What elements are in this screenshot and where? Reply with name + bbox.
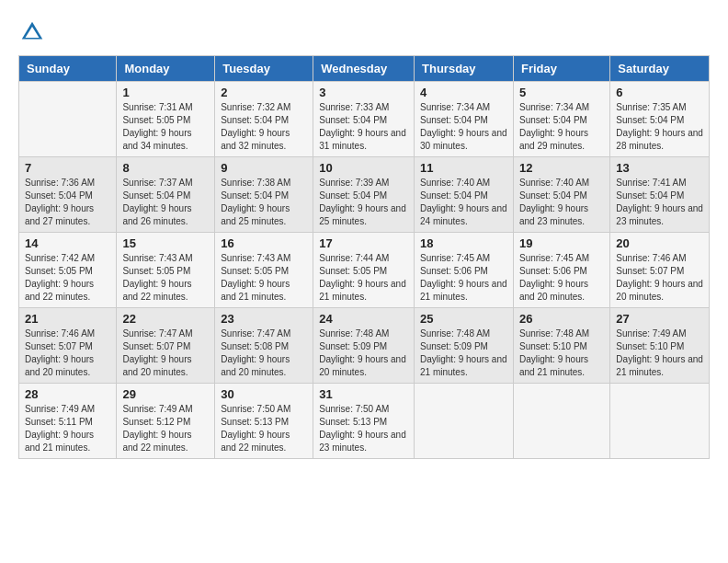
day-number: 29 <box>122 387 209 401</box>
weekday-header: Sunday <box>19 56 117 82</box>
day-number: 21 <box>25 312 110 326</box>
calendar-cell: 1Sunrise: 7:31 AM Sunset: 5:05 PM Daylig… <box>117 82 215 157</box>
calendar-cell: 21Sunrise: 7:46 AM Sunset: 5:07 PM Dayli… <box>19 308 117 384</box>
day-info: Sunrise: 7:50 AM Sunset: 5:13 PM Dayligh… <box>319 403 408 454</box>
day-number: 3 <box>319 86 408 99</box>
day-info: Sunrise: 7:43 AM Sunset: 5:05 PM Dayligh… <box>122 252 209 304</box>
day-number: 30 <box>221 387 307 401</box>
weekday-header: Thursday <box>415 56 514 82</box>
calendar-cell: 10Sunrise: 7:39 AM Sunset: 5:04 PM Dayli… <box>313 157 415 233</box>
calendar-table: SundayMondayTuesdayWednesdayThursdayFrid… <box>18 55 710 459</box>
calendar-cell: 5Sunrise: 7:34 AM Sunset: 5:04 PM Daylig… <box>513 82 609 157</box>
day-number: 13 <box>616 161 703 175</box>
calendar-cell: 19Sunrise: 7:45 AM Sunset: 5:06 PM Dayli… <box>513 233 609 308</box>
day-info: Sunrise: 7:40 AM Sunset: 5:04 PM Dayligh… <box>519 177 604 228</box>
calendar-cell: 9Sunrise: 7:38 AM Sunset: 5:04 PM Daylig… <box>215 157 313 233</box>
weekday-header: Friday <box>513 56 609 82</box>
weekday-header: Tuesday <box>215 56 313 82</box>
header-row: SundayMondayTuesdayWednesdayThursdayFrid… <box>19 56 710 82</box>
calendar-cell: 23Sunrise: 7:47 AM Sunset: 5:08 PM Dayli… <box>215 308 313 384</box>
day-info: Sunrise: 7:36 AM Sunset: 5:04 PM Dayligh… <box>25 177 110 228</box>
day-info: Sunrise: 7:39 AM Sunset: 5:04 PM Dayligh… <box>319 177 408 228</box>
day-info: Sunrise: 7:48 AM Sunset: 5:10 PM Dayligh… <box>519 327 604 379</box>
calendar-cell: 4Sunrise: 7:34 AM Sunset: 5:04 PM Daylig… <box>415 82 514 157</box>
day-number: 14 <box>25 236 110 250</box>
day-info: Sunrise: 7:47 AM Sunset: 5:07 PM Dayligh… <box>122 327 209 379</box>
weekday-header: Wednesday <box>313 56 415 82</box>
day-number: 31 <box>319 387 408 401</box>
day-number: 26 <box>519 312 604 326</box>
day-info: Sunrise: 7:34 AM Sunset: 5:04 PM Dayligh… <box>519 101 604 153</box>
day-info: Sunrise: 7:35 AM Sunset: 5:04 PM Dayligh… <box>616 101 703 153</box>
day-info: Sunrise: 7:45 AM Sunset: 5:06 PM Dayligh… <box>420 252 507 304</box>
logo-icon <box>18 18 46 46</box>
calendar-cell <box>19 82 117 157</box>
day-number: 20 <box>616 236 703 250</box>
page-header <box>18 18 710 46</box>
day-info: Sunrise: 7:31 AM Sunset: 5:05 PM Dayligh… <box>122 101 209 153</box>
day-number: 16 <box>221 236 307 250</box>
day-number: 24 <box>319 312 408 326</box>
calendar-cell: 25Sunrise: 7:48 AM Sunset: 5:09 PM Dayli… <box>415 308 514 384</box>
day-info: Sunrise: 7:44 AM Sunset: 5:05 PM Dayligh… <box>319 252 408 304</box>
day-number: 18 <box>420 236 507 250</box>
weekday-header: Saturday <box>610 56 710 82</box>
day-number: 25 <box>420 312 507 326</box>
calendar-cell: 22Sunrise: 7:47 AM Sunset: 5:07 PM Dayli… <box>117 308 215 384</box>
day-number: 19 <box>519 236 604 250</box>
day-number: 7 <box>25 161 110 175</box>
calendar-cell: 24Sunrise: 7:48 AM Sunset: 5:09 PM Dayli… <box>313 308 415 384</box>
calendar-cell: 16Sunrise: 7:43 AM Sunset: 5:05 PM Dayli… <box>215 233 313 308</box>
calendar-week-row: 7Sunrise: 7:36 AM Sunset: 5:04 PM Daylig… <box>19 157 710 233</box>
calendar-cell: 12Sunrise: 7:40 AM Sunset: 5:04 PM Dayli… <box>513 157 609 233</box>
day-number: 22 <box>122 312 209 326</box>
calendar-cell: 2Sunrise: 7:32 AM Sunset: 5:04 PM Daylig… <box>215 82 313 157</box>
day-number: 1 <box>122 86 209 99</box>
calendar-cell: 30Sunrise: 7:50 AM Sunset: 5:13 PM Dayli… <box>215 384 313 459</box>
calendar-cell: 18Sunrise: 7:45 AM Sunset: 5:06 PM Dayli… <box>415 233 514 308</box>
day-number: 4 <box>420 86 507 99</box>
day-number: 2 <box>221 86 307 99</box>
day-info: Sunrise: 7:49 AM Sunset: 5:12 PM Dayligh… <box>122 403 209 454</box>
calendar-cell <box>610 384 710 459</box>
day-number: 8 <box>122 161 209 175</box>
day-info: Sunrise: 7:50 AM Sunset: 5:13 PM Dayligh… <box>221 403 307 454</box>
day-number: 15 <box>122 236 209 250</box>
day-number: 5 <box>519 86 604 99</box>
calendar-cell: 26Sunrise: 7:48 AM Sunset: 5:10 PM Dayli… <box>513 308 609 384</box>
day-info: Sunrise: 7:48 AM Sunset: 5:09 PM Dayligh… <box>420 327 507 379</box>
calendar-cell: 15Sunrise: 7:43 AM Sunset: 5:05 PM Dayli… <box>117 233 215 308</box>
day-info: Sunrise: 7:46 AM Sunset: 5:07 PM Dayligh… <box>616 252 703 304</box>
day-number: 11 <box>420 161 507 175</box>
day-info: Sunrise: 7:32 AM Sunset: 5:04 PM Dayligh… <box>221 101 307 153</box>
calendar-cell: 6Sunrise: 7:35 AM Sunset: 5:04 PM Daylig… <box>610 82 710 157</box>
day-info: Sunrise: 7:45 AM Sunset: 5:06 PM Dayligh… <box>519 252 604 304</box>
calendar-cell <box>415 384 514 459</box>
calendar-cell: 7Sunrise: 7:36 AM Sunset: 5:04 PM Daylig… <box>19 157 117 233</box>
day-info: Sunrise: 7:34 AM Sunset: 5:04 PM Dayligh… <box>420 101 507 153</box>
calendar-cell: 29Sunrise: 7:49 AM Sunset: 5:12 PM Dayli… <box>117 384 215 459</box>
weekday-header: Monday <box>117 56 215 82</box>
day-info: Sunrise: 7:49 AM Sunset: 5:11 PM Dayligh… <box>25 403 110 454</box>
calendar-week-row: 28Sunrise: 7:49 AM Sunset: 5:11 PM Dayli… <box>19 384 710 459</box>
day-number: 28 <box>25 387 110 401</box>
calendar-cell: 17Sunrise: 7:44 AM Sunset: 5:05 PM Dayli… <box>313 233 415 308</box>
calendar-cell: 11Sunrise: 7:40 AM Sunset: 5:04 PM Dayli… <box>415 157 514 233</box>
day-info: Sunrise: 7:46 AM Sunset: 5:07 PM Dayligh… <box>25 327 110 379</box>
calendar-cell: 28Sunrise: 7:49 AM Sunset: 5:11 PM Dayli… <box>19 384 117 459</box>
calendar-cell <box>513 384 609 459</box>
day-info: Sunrise: 7:33 AM Sunset: 5:04 PM Dayligh… <box>319 101 408 153</box>
day-number: 10 <box>319 161 408 175</box>
day-info: Sunrise: 7:37 AM Sunset: 5:04 PM Dayligh… <box>122 177 209 228</box>
day-number: 27 <box>616 312 703 326</box>
day-info: Sunrise: 7:47 AM Sunset: 5:08 PM Dayligh… <box>221 327 307 379</box>
calendar-cell: 27Sunrise: 7:49 AM Sunset: 5:10 PM Dayli… <box>610 308 710 384</box>
day-info: Sunrise: 7:49 AM Sunset: 5:10 PM Dayligh… <box>616 327 703 379</box>
day-number: 17 <box>319 236 408 250</box>
day-info: Sunrise: 7:41 AM Sunset: 5:04 PM Dayligh… <box>616 177 703 228</box>
day-info: Sunrise: 7:42 AM Sunset: 5:05 PM Dayligh… <box>25 252 110 304</box>
calendar-cell: 20Sunrise: 7:46 AM Sunset: 5:07 PM Dayli… <box>610 233 710 308</box>
calendar-cell: 8Sunrise: 7:37 AM Sunset: 5:04 PM Daylig… <box>117 157 215 233</box>
calendar-week-row: 1Sunrise: 7:31 AM Sunset: 5:05 PM Daylig… <box>19 82 710 157</box>
logo <box>18 18 50 46</box>
